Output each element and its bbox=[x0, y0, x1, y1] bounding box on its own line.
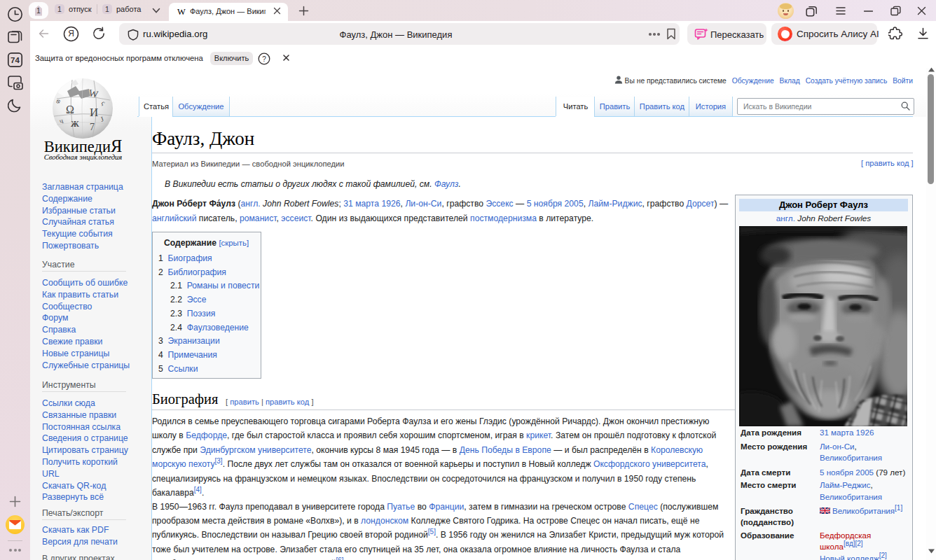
svg-text:7: 7 bbox=[90, 122, 95, 132]
svg-text:1: 1 bbox=[36, 6, 41, 15]
svg-text:И: И bbox=[90, 106, 98, 119]
svg-text:Ω: Ω bbox=[66, 104, 74, 115]
svg-text:?: ? bbox=[262, 55, 266, 62]
svg-text:Ж: Ж bbox=[71, 119, 79, 129]
svg-text:74: 74 bbox=[11, 56, 20, 64]
